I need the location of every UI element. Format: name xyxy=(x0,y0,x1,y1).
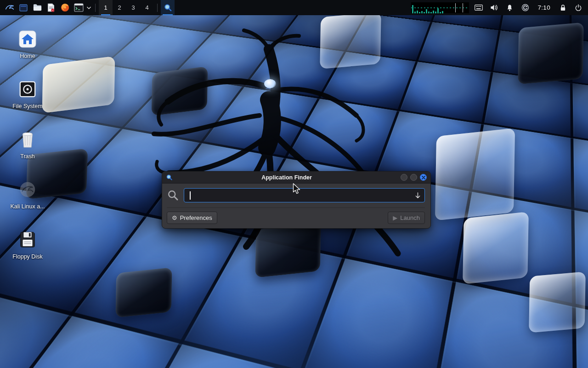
floppy-disk-icon xyxy=(18,230,37,249)
kali-docs-icon xyxy=(18,180,37,199)
graph-separator xyxy=(455,3,456,12)
black-cube xyxy=(115,267,172,317)
refresh-orb-icon xyxy=(521,4,529,12)
desktop-icon-label: Kali Linux a... xyxy=(10,203,45,210)
close-button[interactable] xyxy=(420,174,427,181)
top-panel: 1 2 3 4 xyxy=(0,0,588,15)
text-editor-launcher[interactable] xyxy=(44,0,58,15)
terminal-launcher[interactable] xyxy=(72,0,85,15)
desktop-icon-home[interactable]: Home xyxy=(1,28,54,59)
power-icon xyxy=(575,4,582,12)
lock-screen-button[interactable] xyxy=(557,0,569,15)
taskbar-application-finder[interactable] xyxy=(161,0,175,15)
search-icon-large xyxy=(167,189,179,201)
search-row xyxy=(167,188,425,202)
workspace-3[interactable]: 3 xyxy=(126,0,140,15)
window-icon xyxy=(19,3,28,12)
desktop-icon-kali-docs[interactable]: Kali Linux a... xyxy=(1,178,54,210)
logout-button[interactable] xyxy=(572,0,584,15)
lock-icon xyxy=(560,4,566,12)
desktop-icon-trash[interactable]: Trash xyxy=(1,128,54,160)
finder-body: ⚙ Preferences ▶ Launch xyxy=(162,184,430,228)
glass-cube xyxy=(463,212,529,284)
bell-icon xyxy=(506,4,513,12)
maximize-button[interactable] xyxy=(410,174,417,181)
search-entry[interactable] xyxy=(184,188,425,202)
firefox-launcher[interactable] xyxy=(58,0,72,15)
black-cube xyxy=(518,22,584,84)
panel-separator xyxy=(157,4,158,12)
application-finder-window: Application Finder xyxy=(162,171,431,229)
updates-indicator[interactable] xyxy=(520,0,531,15)
chevron-down-icon xyxy=(87,6,91,9)
desktop-icon-floppy-disk[interactable]: Floppy Disk xyxy=(1,229,54,260)
desktop-icon-label: Trash xyxy=(20,153,35,160)
workspace-1-label: 1 xyxy=(104,4,107,11)
glass-cube xyxy=(529,271,586,333)
launch-icon: ▶ xyxy=(393,215,397,221)
panel-separator xyxy=(95,4,96,12)
titlebar[interactable]: Application Finder xyxy=(162,172,430,184)
search-input[interactable] xyxy=(188,192,412,199)
document-icon xyxy=(46,3,56,12)
minimize-button[interactable] xyxy=(401,174,407,181)
keyboard-icon xyxy=(475,5,483,11)
workspace-4-label: 4 xyxy=(145,4,148,11)
system-monitor-graph[interactable] xyxy=(411,2,469,13)
launch-button[interactable]: ▶ Launch xyxy=(388,212,425,224)
home-icon xyxy=(17,29,38,49)
trash-icon xyxy=(18,130,37,149)
file-manager-launcher[interactable] xyxy=(30,0,44,15)
window-title: Application Finder xyxy=(175,174,398,181)
workspace-1[interactable]: 1 xyxy=(99,0,113,15)
panel-right-group: 7:10 xyxy=(411,0,585,15)
firefox-icon xyxy=(60,3,70,12)
close-icon xyxy=(422,176,425,179)
keyboard-indicator[interactable] xyxy=(473,0,485,15)
search-icon xyxy=(164,3,172,12)
workspace-3-label: 3 xyxy=(131,4,135,11)
applications-menu-button[interactable] xyxy=(3,0,17,15)
gear-icon: ⚙ xyxy=(172,215,177,221)
file-system-icon xyxy=(18,80,37,99)
show-desktop-button[interactable] xyxy=(17,0,30,15)
desktop-icon-label: Home xyxy=(20,53,35,59)
entry-dropdown-button[interactable] xyxy=(415,192,421,199)
workspace-2-label: 2 xyxy=(118,4,121,11)
preferences-label: Preferences xyxy=(180,214,212,221)
desktop-icon-file-system[interactable]: File System xyxy=(1,78,54,109)
desktop-icon-label: File System xyxy=(12,103,42,109)
speaker-icon xyxy=(490,4,498,11)
notifications-indicator[interactable] xyxy=(504,0,516,15)
workspace-4[interactable]: 4 xyxy=(140,0,154,15)
text-caret xyxy=(190,191,191,200)
terminal-icon xyxy=(74,3,84,12)
folder-icon xyxy=(33,3,42,12)
panel-left-group: 1 2 3 4 xyxy=(3,0,175,15)
workspace-2[interactable]: 2 xyxy=(113,0,126,15)
desktop-icon-column: Home File System Trash xyxy=(0,15,55,279)
panel-clock[interactable]: 7:10 xyxy=(535,4,553,11)
glass-cube xyxy=(435,128,515,220)
volume-control[interactable] xyxy=(488,0,500,15)
launch-label: Launch xyxy=(400,214,420,221)
desktop-icon-label: Floppy Disk xyxy=(12,253,42,260)
terminal-dropdown-button[interactable] xyxy=(85,0,92,15)
glass-bead-highlight xyxy=(264,79,276,88)
preferences-button[interactable]: ⚙ Preferences xyxy=(167,212,217,224)
kali-logo-icon xyxy=(5,3,15,13)
graph-separator xyxy=(463,3,463,12)
finder-footer: ⚙ Preferences ▶ Launch xyxy=(167,207,425,228)
window-app-icon xyxy=(166,174,173,181)
arrow-down-icon xyxy=(415,192,421,199)
workspace-switcher: 1 2 3 4 xyxy=(99,0,154,15)
